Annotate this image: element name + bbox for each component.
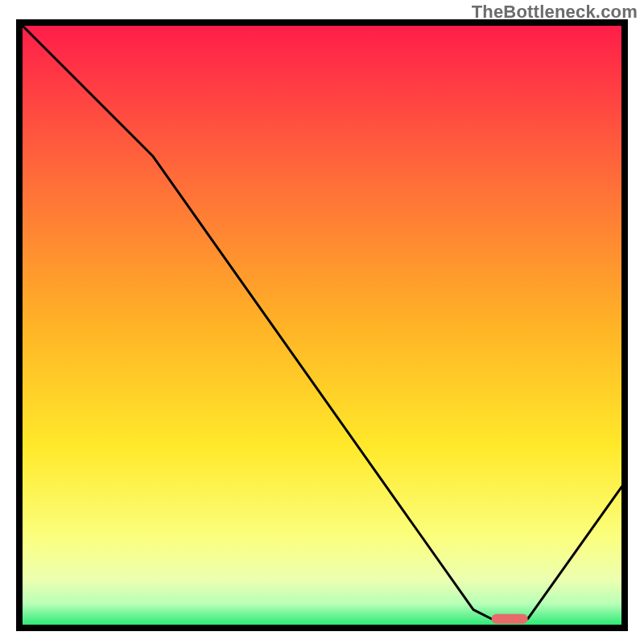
optimal-marker [492,614,528,624]
watermark-text: TheBottleneck.com [472,2,638,23]
chart-container: TheBottleneck.com [0,0,644,644]
bottleneck-chart [0,0,644,644]
